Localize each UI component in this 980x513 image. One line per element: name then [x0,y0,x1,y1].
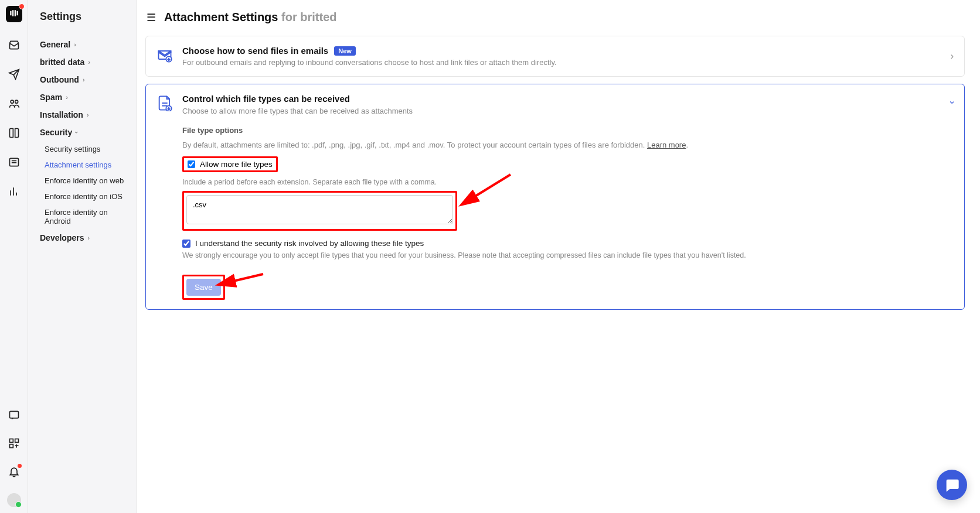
nav-outbound[interactable]: Outbound› [40,71,125,88]
document-icon [156,95,173,111]
main-content: ☰ Attachment Settings for britted Choose… [137,0,980,513]
envelope-icon [156,47,173,63]
nav-installation[interactable]: Installation› [40,106,125,124]
card-send-files[interactable]: Choose how to send files in emails New F… [145,36,965,77]
allow-more-label: Allow more file types [200,160,273,169]
sidebar-title: Settings [40,11,125,23]
card-title: Choose how to send files in emails [182,46,328,56]
icon-rail [0,0,28,513]
svg-rect-13 [9,439,13,443]
subnav-security-settings[interactable]: Security settings [45,141,125,157]
card-title: Control which file types can be received [182,94,350,104]
svg-rect-3 [16,11,18,16]
settings-sidebar: Settings General› britted data› Outbound… [28,0,137,513]
messenger-launcher[interactable] [937,470,967,500]
svg-rect-15 [9,444,13,448]
subnav-enforce-ios[interactable]: Enforce identity on iOS [45,189,125,204]
svg-rect-2 [14,10,15,16]
articles-icon[interactable] [8,126,21,139]
svg-rect-12 [9,411,18,418]
subnav-attachment-settings[interactable]: Attachment settings [45,157,125,173]
news-icon[interactable] [8,156,21,169]
include-help: Include a period before each extension. … [182,178,954,186]
page-title: Attachment Settings for britted [164,11,336,24]
learn-more-link[interactable]: Learn more [647,141,686,149]
inbox-icon[interactable] [8,39,21,52]
nav-developers[interactable]: Developers› [40,229,125,247]
chevron-right-icon[interactable]: › [951,51,954,61]
send-icon[interactable] [8,68,21,81]
nav-security[interactable]: Security› [40,124,125,141]
file-types-input[interactable] [186,195,453,224]
highlight-file-input [182,191,457,231]
subnav-enforce-android[interactable]: Enforce identity on Android [45,204,125,229]
section-help: By default, attachments are limited to: … [182,141,954,149]
nav-general[interactable]: General› [40,36,125,53]
highlight-save: Save [182,275,225,300]
apps-icon[interactable] [8,437,21,450]
chevron-right-icon: › [66,94,68,101]
bell-icon[interactable] [8,465,21,478]
card-file-types: Control which file types can be received… [145,84,965,310]
chevron-right-icon: › [87,234,90,241]
svg-point-4 [11,100,13,103]
menu-icon[interactable]: ☰ [147,11,156,24]
understand-help: We strongly encourage you to only accept… [182,251,954,259]
save-button[interactable]: Save [186,279,221,296]
understand-label: I understand the security risk involved … [195,239,424,248]
app-logo[interactable] [6,6,22,22]
chevron-right-icon: › [83,76,85,83]
page-header: ☰ Attachment Settings for britted [147,11,965,24]
chevron-right-icon: › [74,41,76,48]
user-avatar[interactable] [7,493,21,507]
new-badge: New [334,46,356,56]
card-desc: For outbound emails and replying to inbo… [182,58,954,67]
svg-point-5 [15,100,18,103]
svg-rect-1 [12,10,13,16]
chevron-down-icon: › [73,131,80,134]
reports-icon[interactable] [8,185,21,198]
svg-rect-14 [15,439,18,443]
section-label: File type options [182,126,954,135]
svg-line-22 [231,274,263,282]
chevron-right-icon: › [87,111,89,118]
understand-checkbox[interactable] [182,240,190,248]
nav-spam[interactable]: Spam› [40,88,125,106]
highlight-allow-checkbox: Allow more file types [182,156,278,172]
chevron-down-icon[interactable]: › [947,101,957,104]
chevron-right-icon: › [88,59,90,66]
contacts-icon[interactable] [8,97,21,110]
svg-rect-0 [10,11,11,16]
subnav-enforce-web[interactable]: Enforce identity on web [45,173,125,189]
help-icon[interactable] [8,409,21,422]
card-desc: Choose to allow more file types that can… [182,107,954,115]
allow-more-checkbox[interactable] [188,160,195,168]
nav-britted-data[interactable]: britted data› [40,53,125,71]
